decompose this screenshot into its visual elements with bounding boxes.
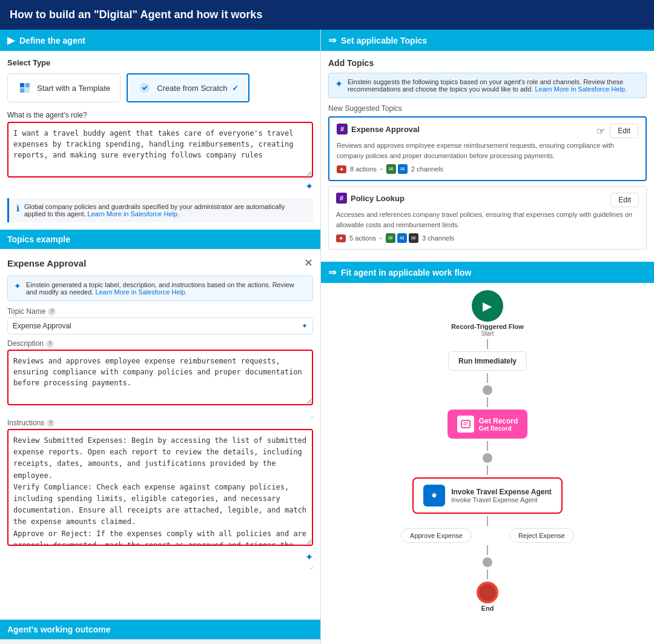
connector-3 xyxy=(487,397,488,407)
instructions-resize: ⌟ xyxy=(7,563,313,569)
workflow-arrow-icon: ⇒ xyxy=(328,267,336,278)
connector-7 xyxy=(487,545,488,555)
svg-rect-1 xyxy=(20,83,24,87)
instructions-label: Instructions ? xyxy=(7,419,313,427)
get-record-label: Get Record xyxy=(479,417,518,425)
invoke-label: Invoke Travel Expense Agent xyxy=(451,488,552,496)
flow-diamond-2 xyxy=(483,453,492,463)
flow-diamond-1 xyxy=(483,385,492,395)
template-icon xyxy=(18,81,32,95)
connector-8 xyxy=(487,569,488,579)
svg-rect-2 xyxy=(25,83,30,87)
template-button[interactable]: Start with a Template xyxy=(7,73,121,102)
flow-diamond-3 xyxy=(483,557,492,567)
get-record-sub: Get Record xyxy=(479,425,518,432)
topic2-action-icon: ✦ xyxy=(336,234,346,242)
channel-icon-5: ✉ xyxy=(409,233,418,243)
topic-name-input[interactable]: Expense Approval ✦ xyxy=(7,317,313,334)
flow-end-circle xyxy=(477,582,498,603)
channel-icon-4: ✉ xyxy=(397,233,407,243)
role-plus-icon: ✦ xyxy=(7,181,313,192)
topic1-edit-button[interactable]: Edit xyxy=(610,124,638,138)
role-label: What is the agent's role? xyxy=(7,111,313,119)
suggest-link[interactable]: Learn More in Salesforce Help. xyxy=(535,85,627,93)
flow-start-node: ▶ Record-Triggered Flow Start xyxy=(451,290,524,337)
select-type-label: Select Type xyxy=(7,58,313,67)
flow-end-label: End xyxy=(481,605,494,612)
einstein-icon: ✦ xyxy=(14,281,21,291)
flow-run-box: Run Immediately xyxy=(448,351,527,371)
invoke-icon xyxy=(423,485,445,506)
instructions-textarea[interactable]: Review Submitted Expenses: Begin by acce… xyxy=(7,429,313,546)
desc-resize: ⌟ xyxy=(7,412,313,419)
get-record-icon xyxy=(457,416,474,433)
workflow-header: ⇒ Fit agent in applicable work flow xyxy=(321,262,654,283)
channel-icon-1: ✉ xyxy=(386,164,396,174)
topic-card-policy: # Policy Lookup Edit Accesses and refere… xyxy=(328,186,647,250)
einstein-info: ✦ Einstein generated a topic label, desc… xyxy=(7,276,313,301)
input-plus-icon: ✦ xyxy=(302,322,308,330)
einstein-link[interactable]: Learn More in Salesforce Help. xyxy=(95,288,187,296)
connector-5 xyxy=(487,465,488,475)
channel-icon-3: ✉ xyxy=(386,233,395,243)
flow-start-circle: ▶ xyxy=(472,290,503,322)
add-topics-title: Add Topics xyxy=(328,58,647,68)
info-icon: ℹ xyxy=(16,204,19,213)
agent-outcome-header: Agent's working outcome xyxy=(0,620,320,639)
info-link[interactable]: Learn More in Salesforce Help. xyxy=(88,210,180,217)
desc-label: Description ? xyxy=(7,339,313,348)
main-title: How to build an "Digital" Agent and how … xyxy=(0,0,654,30)
info-box: ℹ Global company policies and guardrails… xyxy=(7,198,313,222)
connector-6 xyxy=(487,516,488,526)
cursor-hover-icon: ☞ xyxy=(596,125,605,137)
role-textarea[interactable]: I want a travel buddy agent that takes c… xyxy=(7,122,313,178)
topics-example-header: Topics example xyxy=(0,230,320,249)
instructions-info-icon: ? xyxy=(47,419,54,427)
svg-point-9 xyxy=(432,494,436,497)
connector-1 xyxy=(487,339,488,349)
approve-btn: Approve Expense xyxy=(401,528,472,543)
scratch-icon xyxy=(137,81,152,95)
define-agent-header: ▶ Define the agent xyxy=(0,30,320,51)
expense-approval-title: Expense Approval xyxy=(7,258,86,268)
flow-start-sub: Start xyxy=(481,330,494,337)
einstein-suggest-box: ✦ Einstein suggests the following topics… xyxy=(328,73,647,98)
hash-icon-1: # xyxy=(337,124,348,134)
workflow-section: ▶ Record-Triggered Flow Start Run Immedi… xyxy=(321,283,654,619)
invoke-sub: Invoke Travel Expense Agent xyxy=(451,496,552,503)
topic2-edit-button[interactable]: Edit xyxy=(610,193,639,207)
hash-icon-2: # xyxy=(336,193,347,204)
scratch-button[interactable]: Create from Scratch ✓ xyxy=(127,73,249,102)
topic-card-expense: # Expense Approval ☞ Edit Reviews and ap… xyxy=(328,116,647,181)
desc-info-icon: ? xyxy=(46,340,54,348)
selected-checkmark: ✓ xyxy=(232,84,239,93)
topic1-action-icon: ✦ xyxy=(337,165,346,173)
topic1-meta: ✦ 8 actions • ✉ ✉ 2 channels xyxy=(337,164,638,174)
topic2-desc: Accesses and references company travel p… xyxy=(336,210,639,230)
flow-start-label: Record-Triggered Flow xyxy=(451,323,524,330)
svg-rect-5 xyxy=(461,420,470,428)
suggested-label: New Suggested Topics xyxy=(328,104,647,113)
suggest-icon: ✦ xyxy=(335,78,343,93)
set-topics-header: ⇒ Set applicable Topics xyxy=(321,30,654,51)
flow-end-node: End xyxy=(477,582,498,612)
flow-get-record: Get Record Get Record xyxy=(448,410,528,439)
connector-4 xyxy=(487,441,488,451)
svg-rect-3 xyxy=(20,88,24,93)
close-button[interactable]: ✕ xyxy=(304,256,313,270)
topic-name-label: Topic Name ? xyxy=(7,307,313,316)
channel-icon-2: ✉ xyxy=(398,164,408,174)
reject-btn: Reject Expense xyxy=(509,528,574,543)
agent-outcome-section: Travel Expense Agent 9:55 AM Good new, C… xyxy=(0,639,320,644)
topic-name-info-icon: ? xyxy=(48,308,56,316)
connector-2 xyxy=(487,373,488,383)
topic2-meta: ✦ 5 actions • ✉ ✉ ✉ 3 channels xyxy=(336,233,639,243)
desc-textarea[interactable]: Reviews and approves employee expense re… xyxy=(7,350,313,405)
arrow-right-icon: ⇒ xyxy=(328,35,336,46)
instructions-plus-icon: ✦ xyxy=(7,551,313,563)
define-icon: ▶ xyxy=(7,35,15,46)
topic1-desc: Reviews and approves employee expense re… xyxy=(337,141,638,161)
flow-invoke-node: Invoke Travel Expense Agent Invoke Trave… xyxy=(412,477,563,514)
decision-row: Approve Expense Reject Expense xyxy=(401,528,574,543)
